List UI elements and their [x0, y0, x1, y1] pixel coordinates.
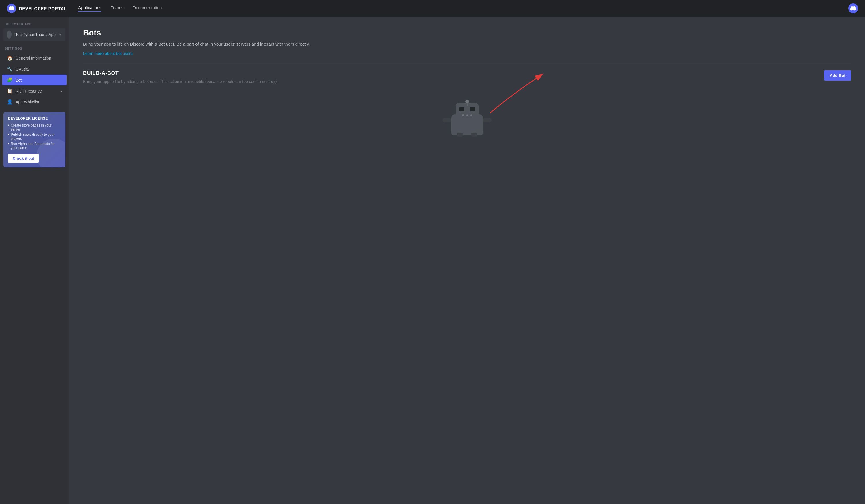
svg-rect-5 [459, 107, 464, 111]
sidebar-item-bot[interactable]: 🧩 Bot [2, 75, 67, 85]
sidebar-item-label: Bot [15, 78, 22, 82]
logo-text: DEVELOPER PORTAL [19, 6, 67, 11]
layout: SELECTED APP RealPythonTutorialApp ▼ SET… [0, 17, 865, 504]
dev-license-list: Create store pages in your server Publis… [8, 123, 61, 150]
dev-license-bullet-2: Publish news directly to your players [8, 132, 61, 141]
sidebar-item-label: App Whitelist [15, 100, 39, 104]
person-icon: 👤 [7, 99, 13, 105]
dev-license-bullet-1: Create store pages in your server [8, 123, 61, 131]
dev-license-bullet-3: Run Alpha and Beta tests for your game [8, 142, 61, 150]
svg-point-9 [470, 114, 472, 116]
nav-documentation[interactable]: Documentation [132, 5, 162, 12]
chevron-down-icon: ▼ [59, 33, 62, 37]
app-avatar [7, 31, 12, 39]
logo-icon [7, 4, 16, 13]
logo: DEVELOPER PORTAL [7, 4, 67, 13]
bots-description: Bring your app to life on Discord with a… [83, 41, 314, 48]
sidebar: SELECTED APP RealPythonTutorialApp ▼ SET… [0, 17, 69, 504]
topnav: DEVELOPER PORTAL Applications Teams Docu… [0, 0, 865, 17]
list-icon: 📋 [7, 88, 13, 94]
settings-label: SETTINGS [0, 47, 69, 52]
topnav-links: Applications Teams Documentation [78, 5, 162, 12]
divider [83, 63, 851, 63]
sidebar-item-label: General Information [15, 56, 51, 60]
sidebar-item-label: Rich Presence [15, 89, 42, 93]
svg-point-8 [466, 114, 468, 116]
home-icon: 🏠 [7, 55, 13, 61]
svg-rect-10 [448, 136, 486, 141]
check-it-out-button[interactable]: Check it out [8, 154, 39, 163]
sidebar-item-oauth2[interactable]: 🔧 OAuth2 [2, 64, 67, 74]
build-a-bot-info: BUILD-A-BOT Bring your app to life by ad… [83, 70, 824, 85]
bots-title: Bots [83, 28, 851, 37]
svg-point-7 [462, 114, 464, 116]
svg-rect-6 [470, 107, 475, 111]
dev-license-title: DEVELOPER LICENSE [8, 116, 61, 120]
learn-more-link[interactable]: Learn more about bot users [83, 51, 132, 56]
app-name: RealPythonTutorialApp [14, 32, 56, 37]
nav-teams[interactable]: Teams [111, 5, 124, 12]
user-avatar[interactable] [848, 3, 858, 13]
svg-rect-13 [442, 118, 451, 122]
nav-applications[interactable]: Applications [78, 5, 102, 12]
robot-illustration [441, 98, 493, 146]
sidebar-item-general-information[interactable]: 🏠 General Information [2, 53, 67, 63]
arrow-annotation [482, 73, 545, 119]
puzzle-icon: 🧩 [7, 77, 13, 83]
bot-illustration-area [83, 87, 851, 157]
main-content: Bots Bring your app to life on Discord w… [69, 17, 865, 504]
build-a-bot-section: BUILD-A-BOT Bring your app to life by ad… [83, 70, 851, 85]
sidebar-item-rich-presence[interactable]: 📋 Rich Presence › [2, 85, 67, 96]
bots-header: Bots Bring your app to life on Discord w… [83, 28, 851, 56]
svg-point-3 [465, 100, 469, 103]
svg-rect-11 [457, 132, 463, 137]
chevron-right-icon: › [61, 89, 62, 93]
add-bot-button[interactable]: Add Bot [824, 70, 851, 81]
developer-license-card: DEVELOPER LICENSE Create store pages in … [3, 112, 66, 167]
svg-rect-14 [483, 118, 492, 122]
build-a-bot-title: BUILD-A-BOT [83, 70, 824, 77]
build-a-bot-desc: Bring your app to life by adding a bot u… [83, 79, 824, 85]
wrench-icon: 🔧 [7, 66, 13, 72]
svg-rect-12 [471, 132, 477, 137]
app-selector[interactable]: RealPythonTutorialApp ▼ [3, 28, 66, 41]
selected-app-label: SELECTED APP [0, 23, 69, 28]
sidebar-item-app-whitelist[interactable]: 👤 App Whitelist [2, 96, 67, 107]
sidebar-item-label: OAuth2 [15, 67, 29, 71]
